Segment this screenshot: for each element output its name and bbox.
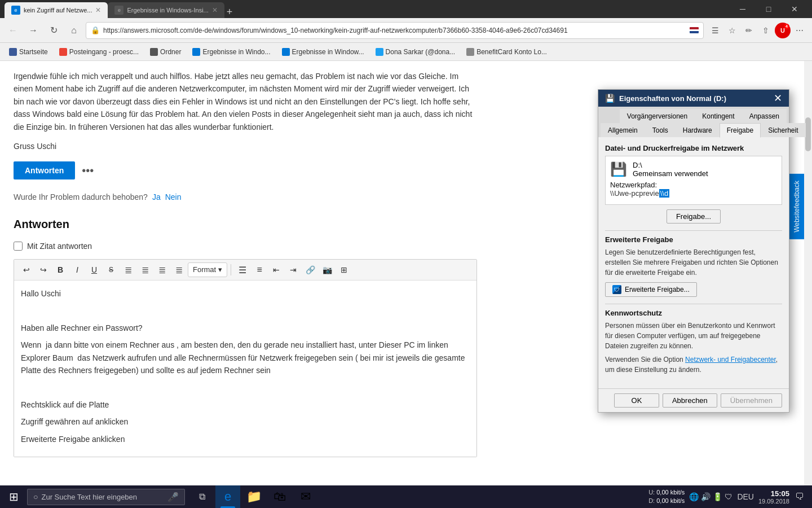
- refresh-button[interactable]: ↻: [45, 22, 62, 39]
- strikethrough-button[interactable]: S: [103, 262, 119, 278]
- taskbar-app-edge[interactable]: e: [215, 485, 240, 508]
- bookmark-label-4: Ergebnisse in Windo...: [202, 48, 270, 56]
- hub-button[interactable]: ☆: [724, 23, 740, 38]
- tab-freigabe[interactable]: Freigabe: [720, 123, 761, 138]
- bookmark-twitter[interactable]: Dona Sarkar (@dona...: [371, 47, 460, 57]
- tab-hardware[interactable]: Hardware: [676, 123, 720, 137]
- bold-button[interactable]: B: [52, 262, 68, 278]
- align-center-button[interactable]: ≣: [137, 262, 153, 278]
- align-justify-button[interactable]: ≣: [171, 262, 187, 278]
- notification-center-button[interactable]: 🗨: [794, 485, 805, 508]
- battery-icon[interactable]: 🔋: [713, 492, 722, 501]
- tab-inactive[interactable]: e Ergebnisse in Windows-Insi... ✕: [108, 2, 224, 18]
- erweiterte-freigabe-button[interactable]: 🛡 Erweiterte Freigabe...: [605, 282, 697, 297]
- table-button[interactable]: ⊞: [336, 262, 352, 278]
- bookmark-icon-bc: [466, 48, 474, 56]
- taskbar-app-explorer[interactable]: 📁: [241, 485, 266, 508]
- list-ordered-button[interactable]: ≡: [251, 262, 267, 278]
- align-left-button[interactable]: ≣: [120, 262, 136, 278]
- link-button[interactable]: 🔗: [302, 262, 318, 278]
- tab-close-1[interactable]: ✕: [95, 6, 101, 14]
- close-button[interactable]: ✕: [782, 0, 807, 18]
- scrollbar-thumb[interactable]: [805, 117, 811, 151]
- bookmark-ergebnisse2[interactable]: Ergebnisse in Window...: [277, 47, 369, 57]
- dialog-close-button[interactable]: ✕: [774, 93, 782, 103]
- address-lock-icon: 🔒: [91, 26, 100, 34]
- network-icon[interactable]: 🌐: [689, 492, 699, 501]
- tab-favicon-2: e: [114, 6, 123, 15]
- new-tab-button[interactable]: +: [227, 6, 233, 18]
- forward-button[interactable]: →: [25, 22, 42, 39]
- notes-button[interactable]: ✏: [741, 23, 757, 38]
- antworten-button[interactable]: Antworten: [14, 161, 75, 179]
- bookmark-ordner[interactable]: Ordner: [145, 47, 186, 57]
- abbrechen-button[interactable]: Abbrechen: [663, 393, 717, 408]
- more-options-button[interactable]: ⋯: [792, 23, 807, 38]
- taskbar-app-store[interactable]: 🛍: [267, 485, 292, 508]
- taskbar-app-mail[interactable]: ✉: [293, 485, 318, 508]
- underline-button[interactable]: U: [86, 262, 102, 278]
- taskbar-right: U: 0,00 kbit/s D: 0,00 kbit/s 🌐 🔊 🔋 🛡 DE…: [648, 485, 812, 508]
- minimize-button[interactable]: ─: [730, 0, 756, 18]
- redo-button[interactable]: ↪: [36, 262, 51, 278]
- toolbar-icons: ☰ ☆ ✏ ⇧ U 4 ⋯: [707, 23, 807, 38]
- clock-date[interactable]: 15:05 19.09.2018: [758, 489, 789, 505]
- antivirus-icon[interactable]: 🛡: [725, 492, 732, 501]
- italic-button[interactable]: I: [69, 262, 85, 278]
- image-button[interactable]: 📷: [319, 262, 335, 278]
- address-bar[interactable]: 🔒 https://answers.microsoft.com/de-de/wi…: [86, 22, 704, 39]
- reader-view-button[interactable]: ☰: [707, 23, 723, 38]
- taskbar-app-multitask[interactable]: ⧉: [189, 485, 214, 508]
- article-author: Gruss Uschi: [14, 140, 477, 152]
- erweiterte-btn-container: 🛡 Erweiterte Freigabe...: [605, 282, 782, 297]
- microphone-icon[interactable]: 🎤: [167, 492, 179, 502]
- tab-tools[interactable]: Tools: [645, 123, 676, 137]
- indent-decrease-button[interactable]: ⇤: [268, 262, 284, 278]
- undo-button[interactable]: ↩: [19, 262, 34, 278]
- editor-body[interactable]: Hallo Uschi Haben alle Rechner ein Passw…: [14, 281, 476, 457]
- ok-button[interactable]: OK: [614, 393, 659, 408]
- tab-allgemein[interactable]: Allgemein: [601, 123, 645, 137]
- dialog-tabs-row1: Vorgängerversionen Kontingent Anpassen: [598, 107, 789, 123]
- toolbar-separator: [231, 264, 231, 275]
- tab-sicherheit[interactable]: Sicherheit: [761, 123, 805, 137]
- tab-active[interactable]: e kein Zugriff auf Netzwe... ✕: [5, 2, 108, 18]
- share-button[interactable]: ⇧: [758, 23, 774, 38]
- home-button[interactable]: ⌂: [65, 22, 82, 39]
- more-options-article-button[interactable]: •••: [82, 164, 94, 177]
- feedback-button[interactable]: Websitefeedback: [789, 174, 804, 239]
- language-indicator[interactable]: DEU: [737, 492, 754, 501]
- tab-anpassen[interactable]: Anpassen: [742, 109, 787, 123]
- freigabe-button[interactable]: Freigabe...: [667, 209, 721, 224]
- bookmark-startseite[interactable]: Startseite: [5, 47, 52, 57]
- kennwort-description: Personen müssen über ein Benutzerkonto u…: [605, 321, 782, 351]
- bookmark-ergebnisse1[interactable]: Ergebnisse in Windo...: [188, 47, 275, 57]
- tab-vorgaenger[interactable]: Vorgängerversionen: [620, 109, 695, 123]
- editor-line-1: Hallo Uschi: [21, 287, 470, 300]
- browser-tabs: e kein Zugriff auf Netzwe... ✕ e Ergebni…: [5, 0, 723, 18]
- indent-increase-button[interactable]: ⇥: [285, 262, 301, 278]
- taskbar-apps: ⧉ e 📁 🛍 ✉: [189, 485, 318, 508]
- align-right-button[interactable]: ≣: [154, 262, 170, 278]
- back-button[interactable]: ←: [5, 22, 21, 39]
- taskbar-search[interactable]: ○ Zur Suche Text hier eingeben 🎤: [27, 489, 185, 505]
- quote-checkbox[interactable]: [14, 242, 23, 251]
- section-freigabe-box: 💾 D:\ Gemeinsam verwendet Netzwerkpfad: …: [605, 156, 782, 205]
- tab-close-2[interactable]: ✕: [212, 6, 218, 14]
- volume-icon[interactable]: 🔊: [701, 492, 710, 501]
- bookmark-benefitcard[interactable]: BenefitCard Konto Lo...: [462, 47, 551, 57]
- nein-link[interactable]: Nein: [165, 191, 182, 203]
- netzwerk-freigabecenter-link[interactable]: Netzwerk- und Freigabecenter: [685, 356, 776, 364]
- format-dropdown[interactable]: Format ▾: [188, 262, 227, 277]
- ubernehmen-button[interactable]: Übernehmen: [721, 393, 782, 408]
- maximize-button[interactable]: □: [756, 0, 782, 18]
- list-unordered-button[interactable]: ☰: [235, 262, 250, 278]
- tab-kontingent[interactable]: Kontingent: [695, 109, 742, 123]
- explorer-icon: 📁: [246, 489, 262, 504]
- ja-link[interactable]: Ja: [152, 191, 161, 203]
- bookmark-posteingang[interactable]: Posteingang - proesc...: [55, 47, 143, 57]
- windows-icon: ⊞: [9, 490, 19, 503]
- network-path-value: \\Uwe-pcprevie\\d: [610, 189, 777, 198]
- profile-icon[interactable]: U 4: [775, 23, 791, 38]
- start-button[interactable]: ⊞: [0, 485, 27, 508]
